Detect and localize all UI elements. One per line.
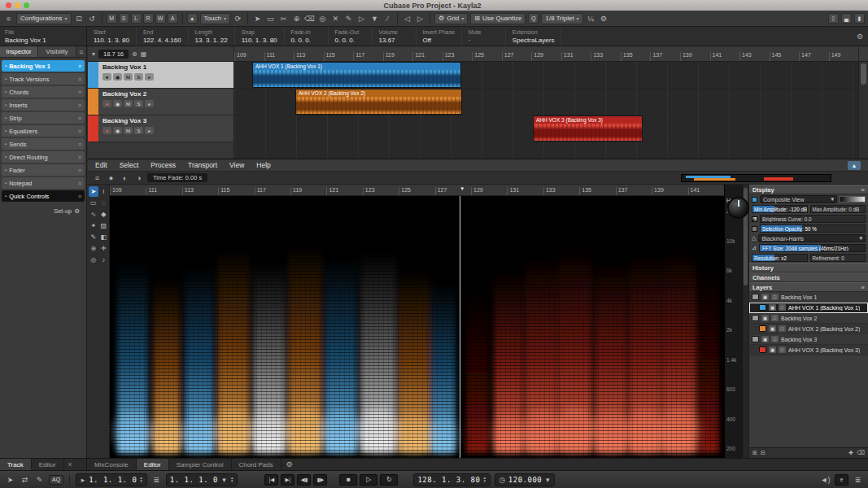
edit-channel-button[interactable]: e xyxy=(145,73,154,81)
track-state-button[interactable]: W xyxy=(155,13,166,24)
elliptical-selection-tool-icon[interactable]: ◌ xyxy=(99,198,109,208)
inspector-section[interactable]: ▪ Direct Routing ≡ xyxy=(2,151,85,163)
fft-window-select[interactable]: Blackman-Harris ▾ xyxy=(758,234,866,242)
timeline-ruler[interactable]: 1091111131151171191211231251271291311331… xyxy=(234,46,858,61)
section-menu-icon[interactable]: ≡ xyxy=(861,186,865,194)
info-field-value[interactable]: 110. 1. 3. 80 xyxy=(94,36,129,45)
delete-layer-icon[interactable]: ⌫ xyxy=(857,450,865,456)
layer-visibility-toggle[interactable]: ▣ xyxy=(761,294,769,300)
track-state-button[interactable]: R xyxy=(143,13,154,24)
forward-button[interactable]: ▮▶ xyxy=(313,474,327,486)
history-section-header[interactable]: History xyxy=(749,263,868,272)
exchange-time-format-icon[interactable]: ≣ xyxy=(151,476,162,484)
lock-icon[interactable]: ▾ xyxy=(220,476,228,484)
track-state-button[interactable]: M xyxy=(107,13,117,24)
use-quantize-button[interactable]: ⊞ Use Quantize xyxy=(470,13,526,24)
configurations-button[interactable]: Configurations ▾ xyxy=(16,13,72,24)
info-field-value[interactable]: 13.67 xyxy=(379,36,409,45)
zoom-tool-icon[interactable]: ◎ xyxy=(317,13,328,24)
expand-tracks-icon[interactable]: ▾ xyxy=(92,50,95,58)
inspector-section[interactable]: ▪ Notepad ≡ xyxy=(2,177,85,189)
mute-tool-icon[interactable]: ✕ xyxy=(330,13,341,24)
zone-tab[interactable]: Editor xyxy=(32,459,64,470)
mute-button[interactable]: M xyxy=(124,73,133,81)
panel-collapse-button[interactable]: ▲ xyxy=(848,161,861,170)
nudge-right-icon[interactable]: ▷ xyxy=(415,13,425,24)
grid-spacing-display[interactable]: 18.7 16 xyxy=(98,50,129,59)
menu-item[interactable]: Select xyxy=(120,161,139,169)
rewind-button[interactable]: ◀▮ xyxy=(297,474,311,486)
info-field-value[interactable]: 110. 1. 3. 80 xyxy=(242,36,277,45)
close-window-button[interactable] xyxy=(6,2,11,8)
layer-lock-toggle[interactable]: □ xyxy=(771,294,779,300)
track-row[interactable]: Backing Vox 3 ● ◉ M S e xyxy=(88,115,233,142)
inspector-section[interactable]: ▪ Sends ≡ xyxy=(2,138,85,150)
time-selection-tool-icon[interactable]: I xyxy=(99,186,109,197)
mute-button[interactable]: M xyxy=(124,100,133,107)
nudge-icons[interactable]: ⇄ xyxy=(20,476,30,484)
erase-tool-icon[interactable]: ⌫ xyxy=(304,13,315,24)
scrollbar-thumb[interactable] xyxy=(861,63,866,85)
inspector-section[interactable]: ▪ Equalizers ≡ xyxy=(2,125,85,137)
add-layer-icon[interactable]: ✚ xyxy=(848,450,853,456)
monitor-button[interactable]: ◉ xyxy=(113,100,122,107)
go-to-end-button[interactable]: ▶| xyxy=(281,474,294,486)
refinement-field[interactable]: Refinement: 0 xyxy=(810,254,866,262)
time-stepper[interactable]: ▲▼ xyxy=(230,477,233,483)
left-zone-toggle-icon[interactable]: ▯ xyxy=(828,13,839,24)
audio-event[interactable]: AHH VOX 1 (Backing Vox 1) xyxy=(252,62,461,88)
menu-item[interactable]: Edit xyxy=(95,161,107,169)
track-name[interactable]: Backing Vox 3 xyxy=(103,117,229,124)
layers-section-header[interactable]: Layers ≡ xyxy=(749,282,868,292)
channels-section-header[interactable]: Channels xyxy=(749,272,868,282)
layer-visibility-toggle[interactable]: ▣ xyxy=(769,325,776,332)
inspector-section[interactable]: ▪ Strip ≡ xyxy=(2,112,85,124)
info-field-value[interactable]: 0. 0. 0. xyxy=(335,36,365,45)
fft-size-slider[interactable]: FFT Size: 2048 samples (46ms/21Hz) xyxy=(759,244,866,252)
layer-lock-toggle[interactable]: □ xyxy=(779,346,786,353)
secondary-time-display[interactable]: 1. 1. 1. 0 xyxy=(170,476,218,484)
resolution-field[interactable]: Resolution: x2 xyxy=(752,254,808,262)
amplify-tool-icon[interactable]: ◧ xyxy=(99,232,109,242)
clone-stamp-tool-icon[interactable]: ⊕ xyxy=(89,243,98,254)
solo-button[interactable]: S xyxy=(134,100,143,107)
automation-read-icon[interactable]: ▲ xyxy=(187,13,198,24)
zoom-tool-icon[interactable]: ◎ xyxy=(89,255,98,265)
quantize-q-button[interactable]: Q xyxy=(528,13,539,24)
glue-tool-icon[interactable]: ⊕ xyxy=(291,13,302,24)
tempo-display[interactable]: 120.000 xyxy=(508,476,542,484)
close-icon[interactable]: × xyxy=(64,459,76,470)
inspector-section[interactable]: ▪ Fader ≡ xyxy=(2,164,85,176)
layer-visibility-toggle[interactable]: ▣ xyxy=(769,304,776,311)
hamburger-icon[interactable]: ≡ xyxy=(3,13,14,24)
editor-snap-icon[interactable]: ◑ xyxy=(133,172,144,184)
add-group-icon[interactable]: ⊞ xyxy=(752,450,757,456)
info-field-value[interactable]: · xyxy=(469,36,499,45)
layer-lock-toggle[interactable]: □ xyxy=(771,336,779,342)
line-tool-icon[interactable]: ∕ xyxy=(382,13,393,24)
info-field-value[interactable]: 122. 4. 4.160 xyxy=(143,36,181,45)
move-tool-icon[interactable]: ✛ xyxy=(99,243,109,254)
zoom-window-button[interactable] xyxy=(24,2,29,8)
quantize-panel-icon[interactable]: ⚙ xyxy=(599,13,609,24)
go-to-start-button[interactable]: |◀ xyxy=(264,474,278,486)
window-controls[interactable] xyxy=(6,2,29,8)
layer-row[interactable]: ▣ □ Backing Vox 3 xyxy=(749,334,868,345)
layer-lock-toggle[interactable]: □ xyxy=(779,304,786,311)
collapse-all-icon[interactable]: ⊟ xyxy=(761,450,765,456)
grid-snap-icon[interactable]: ▦ xyxy=(141,50,147,58)
record-enable-button[interactable]: ● xyxy=(103,73,111,81)
primary-time-display[interactable]: 1. 1. 1. 0 xyxy=(89,476,137,484)
auto-scroll-icon[interactable]: ⟳ xyxy=(233,13,243,24)
track-row[interactable]: Backing Vox 2 ● ◉ M S e xyxy=(88,89,233,115)
menu-item[interactable]: Transport xyxy=(188,161,217,169)
minimize-window-button[interactable] xyxy=(15,2,20,8)
record-enable-button[interactable]: ● xyxy=(103,100,111,107)
menu-item[interactable]: View xyxy=(229,161,244,169)
lasso-selection-tool-icon[interactable]: ∿ xyxy=(89,209,98,220)
brush-selection-tool-icon[interactable]: ◆ xyxy=(99,209,109,220)
min-amplitude-field[interactable]: Min Amplitude: -120 dB xyxy=(752,205,808,213)
max-amplitude-field[interactable]: Max Amplitude: 0 dB xyxy=(810,205,866,213)
inspector-tab[interactable]: Visibility xyxy=(38,46,76,57)
pointer-tool-icon[interactable]: ➤ xyxy=(5,476,15,484)
